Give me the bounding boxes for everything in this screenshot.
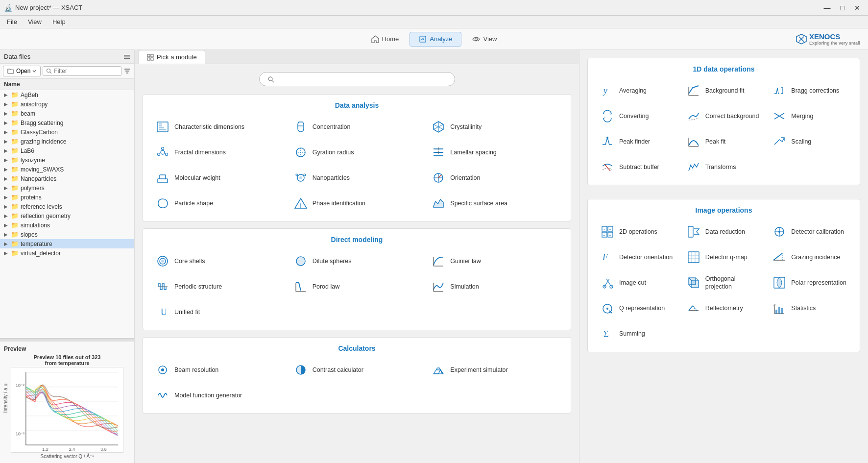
module-item-char-dim[interactable]: Characteristic dimensions (151, 116, 287, 138)
menu-help[interactable]: Help (48, 17, 71, 26)
module-icon-det-calib (772, 224, 787, 240)
module-item-averaging[interactable]: y Averaging (596, 80, 680, 101)
module-item-porod[interactable]: Porod law (289, 276, 425, 297)
tree-item-nanoparticles[interactable]: ▶ 📁 Nanoparticles (0, 174, 134, 183)
open-button[interactable]: Open (3, 66, 41, 76)
module-item-simulation[interactable]: Simulation (427, 276, 563, 297)
module-item-mol-weight[interactable]: Molecular weight (151, 167, 287, 189)
module-item-guinier[interactable]: Guinier law (427, 250, 563, 272)
module-item-bragg-corr[interactable]: Bragg corrections (768, 80, 852, 101)
module-icon-ortho-proj (686, 275, 701, 291)
module-item-crystallinity[interactable]: Crystallinity (427, 116, 563, 138)
module-label-image-cut: Image cut (619, 279, 646, 287)
svg-line-87 (689, 285, 692, 288)
module-item-det-qmap[interactable]: Detector q-map (682, 246, 766, 268)
tree-item-simulations[interactable]: ▶ 📁 simulations (0, 220, 134, 230)
maximize-button[interactable]: □ (837, 3, 848, 13)
module-item-contrast-calc[interactable]: Contrast calculator (289, 359, 425, 381)
expand-arrow: ▶ (4, 120, 9, 125)
module-item-periodic[interactable]: Periodic structure (151, 276, 287, 297)
module-item-transforms[interactable]: Transforms (682, 156, 766, 178)
image-ops-title: Image operations (596, 206, 852, 214)
module-item-dilute-spheres[interactable]: Dilute spheres (289, 250, 425, 272)
minimize-button[interactable]: — (820, 3, 835, 13)
tree-item-agbeh[interactable]: ▶ 📁 AgBeh (0, 90, 134, 99)
module-item-beam-res[interactable]: Beam resolution (151, 359, 287, 381)
folder-name: anisotropy (21, 101, 48, 108)
svg-rect-2 (124, 55, 130, 56)
module-item-2d-ops[interactable]: ×+−÷ 2D operations (596, 221, 680, 243)
folder-icon: 📁 (11, 175, 19, 182)
tree-item-reflection-geometry[interactable]: ▶ 📁 reflection geometry (0, 211, 134, 220)
tree-item-bragg-scattering[interactable]: ▶ 📁 Bragg scattering (0, 118, 134, 127)
module-label-gyration: Gyration radius (313, 148, 354, 156)
module-item-summing[interactable]: Σ Summing (596, 323, 680, 345)
module-item-subtract-buffer[interactable]: Subtract buffer (596, 156, 680, 178)
module-item-unified-fit[interactable]: U Unified fit (151, 301, 287, 323)
module-item-ortho-proj[interactable]: Orthogonal projection (682, 272, 766, 294)
module-label-bragg-corr: Bragg corrections (791, 87, 839, 95)
module-item-orientation[interactable]: Orientation (427, 167, 563, 189)
module-icon-det-qmap (686, 249, 701, 265)
tree-item-lab6[interactable]: ▶ 📁 LaB6 (0, 146, 134, 155)
tree-item-temperature[interactable]: ▶ 📁 temperature (0, 239, 134, 248)
module-item-merging[interactable]: Merging (768, 105, 852, 127)
module-item-polar-repr[interactable]: Polar representation (768, 272, 852, 294)
menu-view[interactable]: View (23, 17, 47, 26)
sidebar-options-icon[interactable] (123, 53, 130, 60)
sidebar-name-header: Name (0, 79, 134, 90)
tree-item-proteins[interactable]: ▶ 📁 proteins (0, 193, 134, 202)
module-item-correct-bg[interactable]: Correct background (682, 105, 766, 127)
module-item-surface-area[interactable]: Specific surface area (427, 193, 563, 214)
sidebar-sort-icon[interactable] (123, 67, 131, 75)
module-item-converting[interactable]: Converting (596, 105, 680, 127)
module-item-q-repr[interactable]: Q representation (596, 298, 680, 319)
module-item-image-cut[interactable]: Image cut (596, 272, 680, 294)
tree-item-reference-levels[interactable]: ▶ 📁 reference levels (0, 202, 134, 211)
nav-analyze[interactable]: Analyze (410, 32, 461, 47)
module-item-reflectometry[interactable]: Reflectometry (682, 298, 766, 319)
module-item-fractal[interactable]: Fractal dimensions (151, 142, 287, 163)
module-item-det-orient[interactable]: F Detector orientation (596, 246, 680, 268)
module-item-gyration[interactable]: Gyration radius (289, 142, 425, 163)
close-button[interactable]: ✕ (850, 3, 864, 13)
module-item-lamellar[interactable]: Lamellar spacing (427, 142, 563, 163)
module-item-data-reduction[interactable]: Data reduction (682, 221, 766, 243)
module-item-concentration[interactable]: Concentration (289, 116, 425, 138)
module-item-statistics[interactable]: σ Statistics (768, 298, 852, 319)
tree-item-virtual_detector[interactable]: ▶ 📁 virtual_detector (0, 248, 134, 258)
tree-item-moving_swaxs[interactable]: ▶ 📁 moving_SWAXS (0, 165, 134, 174)
file-tree[interactable]: ▶ 📁 AgBeh ▶ 📁 anisotropy ▶ 📁 beam ▶ 📁 Br… (0, 90, 134, 338)
module-item-phase-id[interactable]: Phase identification (289, 193, 425, 214)
filter-input[interactable] (54, 68, 118, 74)
nav-view[interactable]: View (463, 32, 506, 47)
module-item-bg-fit[interactable]: Background fit (682, 80, 766, 101)
module-search-input[interactable] (277, 75, 447, 83)
svg-line-12 (272, 80, 274, 82)
menu-file[interactable]: File (2, 17, 22, 26)
svg-line-6 (50, 72, 52, 74)
module-item-core-shells[interactable]: Core shells (151, 250, 287, 272)
tree-item-lysozyme[interactable]: ▶ 📁 lysozyme (0, 155, 134, 165)
module-item-peak-finder[interactable]: Peak finder (596, 131, 680, 152)
module-item-peak-fit[interactable]: Peak fit (682, 131, 766, 152)
module-item-grazing-inc[interactable]: Grazing incidence (768, 246, 852, 268)
module-item-exp-sim[interactable]: Experiment simulator (427, 359, 563, 381)
module-item-det-calib[interactable]: Detector calibration (768, 221, 852, 243)
module-item-particle-shape[interactable]: Particle shape (151, 193, 287, 214)
tree-item-slopes[interactable]: ▶ 📁 slopes (0, 230, 134, 239)
tree-item-anisotropy[interactable]: ▶ 📁 anisotropy (0, 99, 134, 109)
folder-name: LaB6 (21, 147, 34, 154)
module-item-nanoparticles[interactable]: Nanoparticles (289, 167, 425, 189)
tree-item-polymers[interactable]: ▶ 📁 polymers (0, 183, 134, 193)
svg-text:y: y (603, 86, 607, 96)
module-item-scaling[interactable]: Scaling (768, 131, 852, 152)
module-item-model-func[interactable]: Model function generator (151, 385, 287, 406)
tab-pick-module[interactable]: Pick a module (139, 50, 205, 64)
tree-item-glassycarbon[interactable]: ▶ 📁 GlassyCarbon (0, 127, 134, 137)
module-label-peak-finder: Peak finder (619, 138, 650, 146)
nav-home[interactable]: Home (362, 32, 408, 47)
folder-icon: 📁 (11, 221, 19, 229)
tree-item-grazing-incidence[interactable]: ▶ 📁 grazing incidence (0, 137, 134, 146)
tree-item-beam[interactable]: ▶ 📁 beam (0, 109, 134, 118)
